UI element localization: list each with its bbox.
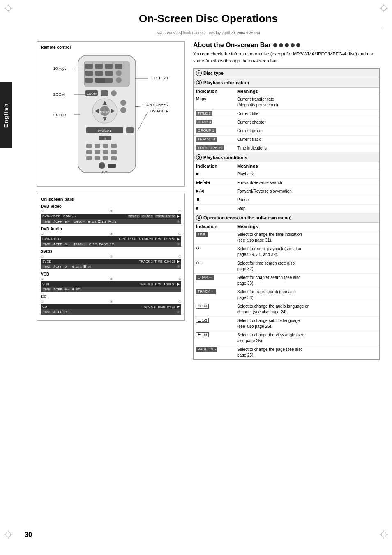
dvd-video-label: DVD Video [41,204,181,209]
cd-bar-top: CD TRACK 3 TIME 04:58 ▶ [41,304,181,309]
svg-point-46 [120,107,126,113]
mean-chap3: Current chapter [235,118,379,127]
bar-num-4: ④ [177,220,180,223]
section-2-num: 2 [196,80,202,85]
col-header-meanings-4: Meanings [235,223,379,230]
dot-2 [279,43,283,47]
cd-info-left: CD [42,305,47,309]
row-audio-channel: ⊕ 1/3 Select to change the audio languag… [194,302,379,317]
row-subtitle: ☰ 1/3 Select to change subtitle language… [194,317,379,331]
section-2-header: 2 Playback information [194,78,379,88]
ind-chap3: CHAP 3 [194,118,235,127]
cd-num-3: ③ [178,300,181,304]
side-tab: English [0,82,12,148]
ind-group1: GROUP 1 [194,127,235,135]
row-repeat-icon: ↺ Select to repeat playback (see alsopag… [194,245,379,259]
svg-rect-65 [108,164,116,168]
dvd-video-info-right: TITLE 2 CHAP 3 TOTAL 1:31:59 ▶ [128,214,180,218]
cd-label: CD [41,295,181,299]
cd-info-right: TRACK 3 TIME 04:58 ▶ [142,305,180,309]
mean-audio-channel: Select to change the audio language orch… [235,302,379,316]
dvd-audio-info-left: DVD-AUDIO [42,237,61,241]
svcd-num-4: ④ [177,265,180,269]
row-track-search: TRACK→ Select for track search (see also… [194,288,379,302]
svg-point-45 [120,100,126,106]
row-chap3: CHAP 3 Current chapter [194,118,379,127]
row-total-time: TOTAL 1:25:59 Time indications [194,144,379,153]
row-page: PAGE 1/15 Select to change the page (see… [194,345,379,359]
col-header-indication: Indication [194,88,235,95]
row-fwd-rev-search: ▶▶/◀◀ Forward/Reverse search [194,179,379,187]
svg-rect-28 [105,71,113,76]
svcd-num-1: ① [41,255,44,258]
row-pause: ⏸ Pause [194,196,379,205]
dvd-audio-bar-bottom: TIME ↺OFF ⊙→ TRACK→ ⊕ 1/3 PAGE 1/3 ④ [41,242,181,247]
cd-bar-bottom: TIME ↺OFF ⊙→ ④ [41,309,181,315]
corner-tl-mark [4,4,12,12]
vcd-info-left: VCD [42,282,49,286]
mean-mbps: Current transfer rate(Megabits per secon… [235,95,379,109]
mean-fwd-rev-slow: Forward/Reverse slow-motion [235,187,379,196]
row-mbps: Mbps Current transfer rate(Megabits per … [194,95,379,110]
dot-indicators [273,43,300,47]
vcd-info-right: TRACK 3 TIME 0:04:58 ▶ [139,282,180,286]
mean-total-time: Time indications [235,144,379,152]
svg-point-33 [116,77,122,83]
left-column: Remote control [37,41,185,360]
section-2-title: Playback information [203,80,249,85]
svg-rect-54 [103,144,108,148]
svg-rect-59 [111,150,117,154]
row-chap-search: CHAP.→ Select for chapter search (see al… [194,274,379,288]
cd-bottom-left: TIME ↺OFF ⊙→ [42,310,70,314]
row-track14: TRACK 14 Current track [194,136,379,144]
svcd-num-3: ③ [178,255,181,258]
section-3-title: Playback conditions [203,155,247,160]
svg-point-29 [116,70,122,76]
col-header-indication-3: Indication [194,162,235,170]
col-header-meanings-3: Meanings [235,162,379,170]
doc-info: MX-JD5&8[US].book Page 30 Tuesday, April… [37,31,380,35]
svg-text:ENTER: ENTER [100,110,110,113]
svcd-bar-top: SVCD TRACK 3 TIME 0:04:58 ▶ [41,259,181,264]
remote-control-box: Remote control [37,41,185,187]
mean-playback: Playback [235,170,379,178]
svg-point-5 [381,6,386,11]
dvd-audio-num-1: ① [41,232,44,236]
svg-text:II: II [104,137,106,140]
mean-subtitle: Select to change subtitle language(see a… [235,317,379,331]
svg-rect-36 [101,90,108,96]
cd-bar: ① ② ③ CD TRACK 3 TIME 04:58 ▶ TIME ↺OFF … [41,300,181,315]
svg-rect-57 [95,150,100,154]
annotation-onscreen: — ON SCREEN [142,103,168,107]
ind-chap-search: CHAP.→ [194,274,235,288]
dvd-video-info-left: DVD-VIDEO 8.5Mbps [42,214,76,218]
row-fwd-rev-slow: ▶/◀ Forward/Reverse slow-motion [194,187,379,196]
svg-rect-25 [115,64,122,69]
dot-4 [291,43,295,47]
svg-rect-62 [103,156,108,160]
corner-tr-mark [380,4,388,12]
ind-fwd-rev-slow: ▶/◀ [194,187,235,196]
ind-time-icon: TIME [194,230,235,244]
mean-track14: Current track [235,136,379,144]
vcd-bottom-left: TIME ↺OFF ⊙→ ⊕ ST [42,288,80,291]
mean-view-angle: Select to change the view angle (seealso… [235,331,379,345]
dvd-video-bottom-left: TIME ↺OFF ⊙→ CHAP.→ ⊕ 1/3 ☰ 1/3 ⚑ 1/1 [42,220,116,223]
ind-playback: ▶ [194,170,235,178]
svg-rect-32 [105,78,113,83]
dvd-audio-num-3: ③ [178,232,181,236]
row-title2: TITLE 2 Current title [194,110,379,118]
dvd-audio-label: DVD Audio [41,227,181,231]
svcd-bar-bottom: TIME ↺OFF ⊙→ ⊕ ST1 ☰ v4 ④ [41,264,181,269]
svg-rect-27 [95,71,103,76]
mean-chap-search: Select for chapter search (see alsopage … [235,274,379,288]
section-1-title: Disc type [203,71,224,76]
mean-time-icon: Select to change the time indication(see… [235,230,379,244]
svg-rect-30 [85,78,93,83]
ind-fwd-rev-search: ▶▶/◀◀ [194,179,235,187]
cd-num-4: ④ [177,310,180,314]
svg-rect-23 [95,64,103,69]
section-1-header: 1 Disc type [194,69,379,78]
vcd-num-1: ① [41,277,44,281]
svcd-num-2: ② [110,255,113,258]
